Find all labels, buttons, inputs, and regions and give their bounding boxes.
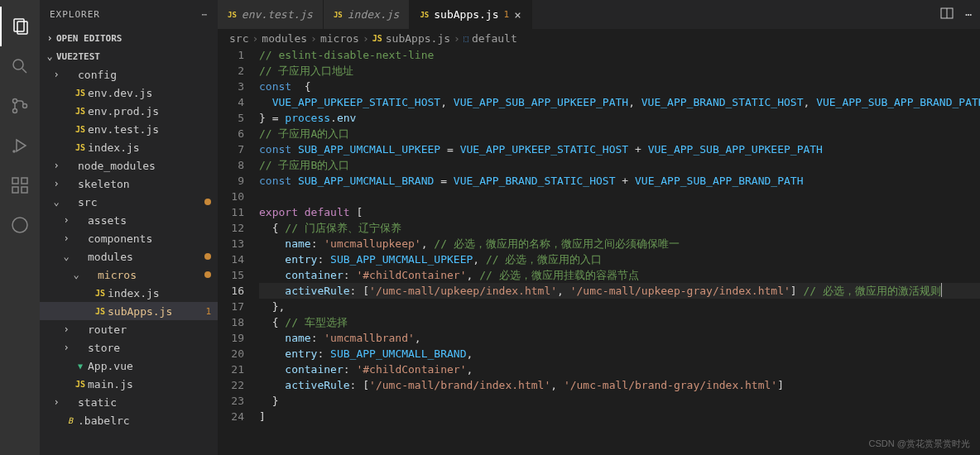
breadcrumb-item[interactable]: subApps.js — [386, 32, 450, 45]
sidebar-title: EXPLORER — [50, 9, 100, 20]
tree-folder[interactable]: ›config — [40, 65, 218, 84]
editor-tab[interactable]: JSindex.js — [324, 0, 410, 29]
tree-file[interactable]: JSenv.test.js — [40, 120, 218, 138]
tree-file[interactable]: JSindex.js — [40, 284, 218, 302]
code-line[interactable]: }, — [259, 299, 980, 314]
tree-folder[interactable]: ⌄modules — [40, 247, 218, 266]
tree-file[interactable]: JSenv.dev.js — [40, 84, 218, 102]
code-line[interactable]: container: '#childContainer', — [259, 362, 980, 377]
more-icon[interactable]: ⋯ — [201, 9, 208, 20]
explorer-icon[interactable] — [0, 7, 40, 46]
code-line[interactable]: export default [ — [259, 204, 980, 220]
tree-file[interactable]: ▼App.vue — [40, 357, 218, 375]
tree-folder[interactable]: ›components — [40, 229, 218, 247]
tab-label: env.test.js — [242, 8, 313, 21]
code-line[interactable]: // 子应用A的入口 — [259, 126, 980, 141]
code-line[interactable]: entry: SUB_APP_UMCMALL_BRAND, — [259, 346, 980, 362]
tree-file[interactable]: JSindex.js — [40, 138, 218, 156]
code-line[interactable]: VUE_APP_UPKEEP_STATIC_HOST, VUE_APP_SUB_… — [259, 94, 980, 110]
remote-icon[interactable] — [0, 205, 40, 245]
js-file-icon: JS — [93, 289, 108, 298]
run-debug-icon[interactable] — [0, 126, 40, 165]
tree-item-label: node_modules — [78, 160, 211, 172]
split-editor-icon[interactable] — [940, 7, 954, 22]
tree-folder[interactable]: ›node_modules — [40, 156, 218, 175]
line-number: 6 — [218, 126, 244, 141]
code-line[interactable]: entry: SUB_APP_UMCMALL_UPKEEP, // 必选，微应用… — [259, 251, 980, 267]
breadcrumb-icon: JS — [372, 34, 382, 43]
search-icon[interactable] — [0, 46, 40, 86]
tree-file[interactable]: B.babelrc — [40, 411, 218, 429]
tree-item-label: env.dev.js — [88, 87, 211, 99]
breadcrumb-item[interactable]: micros — [320, 32, 359, 45]
tabs-bar: JSenv.test.jsJSindex.jsJSsubApps.js1×⋯ — [218, 0, 980, 29]
code-content[interactable]: // eslint-disable-next-line// 子应用入口地址con… — [259, 47, 980, 455]
tree-item-label: subApps.js — [108, 305, 202, 318]
project-section[interactable]: ⌄ VUE2TEST — [40, 47, 218, 65]
tree-item-label: .babelrc — [78, 414, 211, 427]
tree-folder[interactable]: ›store — [40, 338, 218, 357]
code-line[interactable]: } = process.env — [259, 110, 980, 126]
js-file-icon: JS — [73, 143, 88, 152]
svg-point-2 — [13, 60, 23, 69]
svg-point-5 — [13, 109, 17, 113]
tree-folder[interactable]: ›assets — [40, 211, 218, 229]
breadcrumbs[interactable]: src›modules›micros›JSsubApps.js›⬚default — [218, 29, 980, 47]
open-editors-section[interactable]: › OPEN EDITORS — [40, 29, 218, 47]
tree-file[interactable]: JSmain.js — [40, 375, 218, 393]
tree-folder[interactable]: ⌄micros — [40, 266, 218, 284]
code-line[interactable]: const SUB_APP_UMCMALL_UPKEEP = VUE_APP_U… — [259, 141, 980, 157]
code-line[interactable]: const SUB_APP_UMCMALL_BRAND = VUE_APP_BR… — [259, 173, 980, 189]
line-number: 16 — [218, 283, 244, 299]
tree-folder[interactable]: ⌄src — [40, 193, 218, 211]
chevron-right-icon: › — [363, 32, 369, 45]
more-icon[interactable]: ⋯ — [965, 8, 972, 21]
code-line[interactable]: } — [259, 393, 980, 409]
code-line[interactable]: { // 车型选择 — [259, 314, 980, 330]
code-line[interactable]: { // 门店保养、辽宁保养 — [259, 220, 980, 236]
js-file-icon: JS — [228, 11, 237, 19]
js-file-icon: JS — [93, 307, 108, 316]
code-line[interactable] — [259, 189, 980, 204]
source-control-icon[interactable] — [0, 86, 40, 126]
code-line[interactable]: activeRule: ['/umc-mall/brand/index.html… — [259, 377, 980, 393]
tree-item-label: App.vue — [88, 360, 211, 372]
svg-point-8 — [13, 151, 15, 152]
tree-item-label: src — [78, 196, 201, 208]
code-line[interactable]: ] — [259, 409, 980, 424]
code-editor[interactable]: 123456789101112131415161718192021222324 … — [218, 47, 980, 455]
extensions-icon[interactable] — [0, 165, 40, 205]
tree-folder[interactable]: ›router — [40, 320, 218, 338]
tree-item-label: main.js — [88, 378, 211, 390]
code-line[interactable]: const { — [259, 79, 980, 94]
close-icon[interactable]: × — [514, 8, 521, 22]
code-line[interactable]: // eslint-disable-next-line — [259, 47, 980, 63]
tree-item-label: env.test.js — [88, 123, 211, 136]
tree-file[interactable]: JSsubApps.js1 — [40, 302, 218, 320]
tree-folder[interactable]: ›skeleton — [40, 175, 218, 193]
watermark: CSDN @赏花赏景赏时光 — [869, 438, 970, 450]
breadcrumb-icon: ⬚ — [464, 34, 468, 43]
code-line[interactable]: container: '#childContainer', // 必选，微应用挂… — [259, 267, 980, 283]
code-line[interactable]: name: 'umcmallupkeep', // 必选，微应用的名称，微应用之… — [259, 236, 980, 251]
code-line[interactable]: activeRule: ['/umc-mall/upkeep/index.htm… — [259, 283, 980, 299]
line-number: 18 — [218, 314, 244, 330]
code-line[interactable]: // 子应用B的入口 — [259, 157, 980, 173]
breadcrumb-item[interactable]: modules — [262, 32, 307, 45]
code-line[interactable]: name: 'umcmallbrand', — [259, 330, 980, 346]
code-line[interactable]: // 子应用入口地址 — [259, 63, 980, 79]
tree-folder[interactable]: ›static — [40, 393, 218, 411]
editor-tab[interactable]: JSenv.test.js — [218, 0, 324, 29]
line-number: 11 — [218, 204, 244, 220]
chevron-icon: › — [60, 214, 73, 226]
editor-tab[interactable]: JSsubApps.js1× — [410, 0, 531, 29]
line-number: 5 — [218, 110, 244, 126]
svg-rect-9 — [12, 178, 18, 184]
breadcrumb-item[interactable]: src — [229, 32, 248, 45]
chevron-icon: ⌄ — [70, 269, 83, 280]
chevron-icon: › — [60, 232, 73, 244]
breadcrumb-item[interactable]: default — [472, 32, 517, 45]
chevron-icon: › — [50, 69, 63, 80]
tree-file[interactable]: JSenv.prod.js — [40, 102, 218, 120]
tree-item-label: store — [88, 342, 211, 354]
